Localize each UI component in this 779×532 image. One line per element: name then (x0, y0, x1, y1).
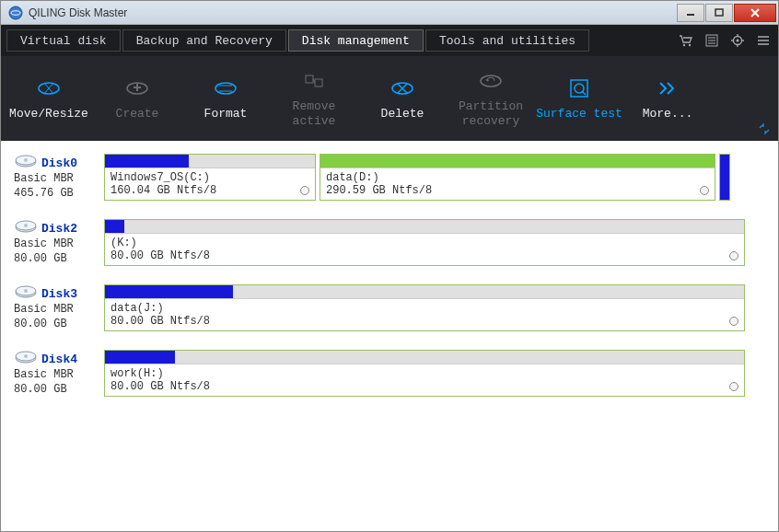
disk-info[interactable]: Disk3Basic MBR80.00 GB (14, 284, 100, 331)
disk-name: Disk2 (41, 222, 77, 236)
partition-label: work(H:) (105, 364, 744, 380)
tool-label: Remove active (270, 99, 358, 128)
partition-recovery-icon (478, 68, 504, 94)
svg-point-48 (24, 289, 28, 293)
action-toolbar: Move/Resize Create Format Remove active … (1, 56, 778, 141)
svg-point-6 (683, 44, 685, 46)
svg-line-39 (582, 91, 586, 95)
main-tabs: Virtual disk Backup and Recovery Disk ma… (1, 25, 778, 56)
partition-detail: 160.04 GB Ntfs/8 (105, 184, 315, 200)
create-icon (124, 75, 150, 101)
partition-radio[interactable] (300, 186, 309, 195)
format-icon (213, 75, 238, 101)
expand-toolbar-icon[interactable] (758, 122, 771, 135)
tool-label: Surface test (536, 107, 622, 121)
list-icon[interactable] (703, 31, 721, 50)
window-close-button[interactable] (734, 4, 776, 22)
partition-detail: 80.00 GB Ntfs/8 (105, 380, 744, 396)
tab-disk-management[interactable]: Disk management (288, 29, 424, 52)
partition-radio[interactable] (729, 251, 738, 260)
usage-bar (105, 285, 744, 299)
tool-label: Partition recovery (459, 99, 523, 128)
disk-type: Basic MBR (14, 237, 100, 250)
svg-point-27 (215, 83, 236, 94)
window-minimize-button[interactable] (677, 4, 704, 22)
hard-drive-icon (14, 219, 38, 236)
partition[interactable]: Windows7_OS(C:)160.04 GB Ntfs/8 (104, 154, 316, 201)
tab-backup-recovery[interactable]: Backup and Recovery (122, 29, 286, 52)
disk-row: Disk3Basic MBR80.00 GBdata(J:)80.00 GB N… (14, 284, 765, 331)
svg-rect-26 (136, 84, 138, 91)
partition-radio[interactable] (700, 186, 709, 195)
app-icon (8, 6, 23, 20)
tool-label: Move/Resize (9, 107, 88, 121)
disk-row: Disk0Basic MBR465.76 GBWindows7_OS(C:)16… (14, 154, 765, 201)
disk-size: 465.76 GB (14, 187, 100, 200)
partition-radio[interactable] (729, 317, 738, 326)
tool-format[interactable]: Format (181, 75, 270, 121)
move-resize-icon (36, 75, 62, 101)
window-title: QILING Disk Master (29, 6, 676, 19)
disk-info[interactable]: Disk4Basic MBR80.00 GB (14, 350, 100, 397)
hard-drive-icon (14, 350, 38, 366)
partition[interactable]: (K:)80.00 GB Ntfs/8 (104, 219, 745, 266)
svg-point-7 (689, 44, 691, 46)
partition-label: data(J:) (105, 299, 744, 315)
partition[interactable]: work(H:)80.00 GB Ntfs/8 (104, 350, 745, 397)
partition[interactable]: data(D:)290.59 GB Ntfs/8 (320, 154, 715, 201)
tool-delete[interactable]: Delete (358, 75, 447, 121)
disk-list: Disk0Basic MBR465.76 GBWindows7_OS(C:)16… (1, 141, 778, 531)
remove-active-icon (301, 68, 327, 94)
disk-type: Basic MBR (14, 303, 100, 316)
partition-label: data(D:) (320, 168, 715, 184)
svg-rect-30 (306, 75, 313, 83)
disk-size: 80.00 GB (14, 383, 100, 396)
partition-radio[interactable] (729, 382, 738, 391)
tool-label: Format (204, 107, 248, 121)
disk-info[interactable]: Disk0Basic MBR465.76 GB (14, 154, 100, 201)
tool-create: Create (93, 75, 181, 121)
partition-detail: 80.00 GB Ntfs/8 (105, 249, 744, 265)
tab-virtual-disk[interactable]: Virtual disk (6, 29, 121, 52)
unallocated-stub[interactable] (719, 154, 730, 201)
partition-detail: 80.00 GB Ntfs/8 (105, 315, 744, 330)
disk-info[interactable]: Disk2Basic MBR80.00 GB (14, 219, 100, 266)
disk-type: Basic MBR (14, 172, 100, 185)
menu-icon[interactable] (754, 31, 773, 50)
tool-surface-test[interactable]: Surface test (535, 75, 623, 121)
disk-size: 80.00 GB (14, 252, 100, 265)
disk-row: Disk4Basic MBR80.00 GBwork(H:)80.00 GB N… (14, 350, 765, 397)
hard-drive-icon (14, 154, 38, 170)
window-titlebar: QILING Disk Master (1, 1, 778, 25)
disk-type: Basic MBR (14, 368, 100, 381)
tool-more[interactable]: More... (623, 75, 712, 121)
tool-label: Create (116, 107, 159, 121)
cart-icon[interactable] (677, 31, 695, 50)
tool-remove-active: Remove active (270, 68, 358, 128)
partition[interactable]: data(J:)80.00 GB Ntfs/8 (104, 284, 745, 331)
svg-rect-31 (315, 79, 322, 87)
window-maximize-button[interactable] (705, 4, 733, 22)
tool-partition-recovery: Partition recovery (447, 68, 535, 128)
tool-label: Delete (381, 107, 424, 121)
tool-move-resize[interactable]: Move/Resize (5, 75, 93, 121)
partition-label: Windows7_OS(C:) (105, 168, 315, 184)
tab-tools-utilities[interactable]: Tools and utilities (425, 29, 589, 52)
hard-drive-icon (14, 284, 38, 301)
disk-name: Disk4 (41, 353, 77, 366)
tool-label: More... (643, 107, 693, 121)
surface-test-icon (566, 75, 592, 101)
partition-label: (K:) (105, 234, 744, 249)
disk-name: Disk0 (41, 156, 77, 170)
svg-point-51 (24, 354, 28, 358)
more-icon (655, 75, 680, 101)
gear-icon[interactable] (728, 31, 747, 50)
disk-size: 80.00 GB (14, 318, 100, 330)
partition-detail: 290.59 GB Ntfs/8 (320, 184, 715, 200)
usage-bar (105, 351, 744, 364)
svg-point-45 (24, 224, 28, 227)
disk-row: Disk2Basic MBR80.00 GB(K:)80.00 GB Ntfs/… (14, 219, 765, 266)
svg-point-13 (737, 40, 739, 42)
delete-icon (390, 75, 415, 101)
svg-point-42 (24, 158, 28, 162)
